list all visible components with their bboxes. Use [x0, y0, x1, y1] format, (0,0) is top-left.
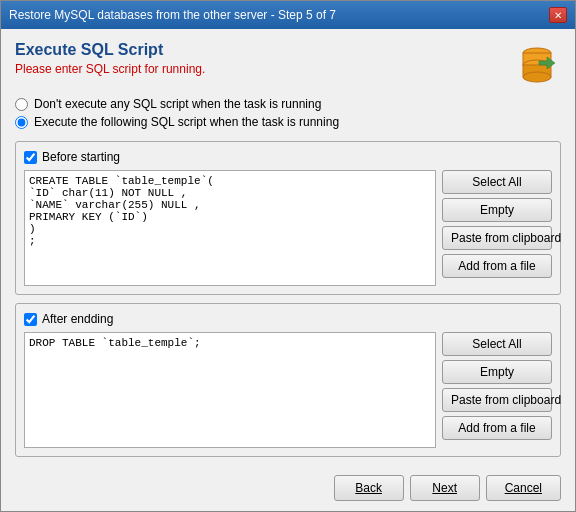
content-area: Execute SQL Script Please enter SQL scri… — [1, 29, 575, 467]
cancel-label: Cancel — [505, 481, 542, 495]
radio-option2[interactable]: Execute the following SQL script when th… — [15, 115, 561, 129]
before-textarea-wrapper — [24, 170, 436, 286]
after-paste-button[interactable]: Paste from clipboard — [442, 388, 552, 412]
close-button[interactable]: ✕ — [549, 7, 567, 23]
after-section-body: Select All Empty Paste from clipboard Ad… — [24, 332, 552, 448]
back-label: Back — [355, 481, 382, 495]
before-script-textarea[interactable] — [25, 171, 435, 285]
radio-group: Don't execute any SQL script when the ta… — [15, 97, 561, 133]
before-empty-button[interactable]: Empty — [442, 198, 552, 222]
after-textarea-wrapper — [24, 332, 436, 448]
after-select-all-button[interactable]: Select All — [442, 332, 552, 356]
after-section-header: After endding — [24, 312, 552, 326]
window: Restore MySQL databases from the other s… — [0, 0, 576, 512]
after-buttons: Select All Empty Paste from clipboard Ad… — [442, 332, 552, 448]
before-section-label: Before starting — [42, 150, 120, 164]
after-section: After endding Select All Empty Paste fro… — [15, 303, 561, 457]
after-checkbox[interactable] — [24, 313, 37, 326]
cancel-button[interactable]: Cancel — [486, 475, 561, 501]
svg-point-4 — [523, 72, 551, 82]
before-checkbox[interactable] — [24, 151, 37, 164]
before-buttons: Select All Empty Paste from clipboard Ad… — [442, 170, 552, 286]
after-script-textarea[interactable] — [25, 333, 435, 447]
header-icon — [513, 41, 561, 89]
before-paste-button[interactable]: Paste from clipboard — [442, 226, 552, 250]
header-left: Execute SQL Script Please enter SQL scri… — [15, 41, 205, 76]
before-select-all-button[interactable]: Select All — [442, 170, 552, 194]
page-title: Execute SQL Script — [15, 41, 205, 59]
page-subtitle: Please enter SQL script for running. — [15, 62, 205, 76]
back-button[interactable]: Back — [334, 475, 404, 501]
before-section-body: Select All Empty Paste from clipboard Ad… — [24, 170, 552, 286]
after-empty-button[interactable]: Empty — [442, 360, 552, 384]
title-bar-controls: ✕ — [549, 7, 567, 23]
radio-label-option2: Execute the following SQL script when th… — [34, 115, 339, 129]
after-section-label: After endding — [42, 312, 113, 326]
radio-input-option1[interactable] — [15, 98, 28, 111]
title-bar: Restore MySQL databases from the other s… — [1, 1, 575, 29]
sections-container: Before starting Select All Empty Paste f… — [15, 141, 561, 457]
next-label: Next — [432, 481, 457, 495]
radio-option1[interactable]: Don't execute any SQL script when the ta… — [15, 97, 561, 111]
before-section: Before starting Select All Empty Paste f… — [15, 141, 561, 295]
after-add-file-button[interactable]: Add from a file — [442, 416, 552, 440]
database-icon — [515, 43, 559, 87]
radio-input-option2[interactable] — [15, 116, 28, 129]
window-title: Restore MySQL databases from the other s… — [9, 8, 336, 22]
header-section: Execute SQL Script Please enter SQL scri… — [15, 41, 561, 89]
footer: Back Next Cancel — [1, 467, 575, 511]
before-add-file-button[interactable]: Add from a file — [442, 254, 552, 278]
next-button[interactable]: Next — [410, 475, 480, 501]
radio-label-option1: Don't execute any SQL script when the ta… — [34, 97, 321, 111]
before-section-header: Before starting — [24, 150, 552, 164]
